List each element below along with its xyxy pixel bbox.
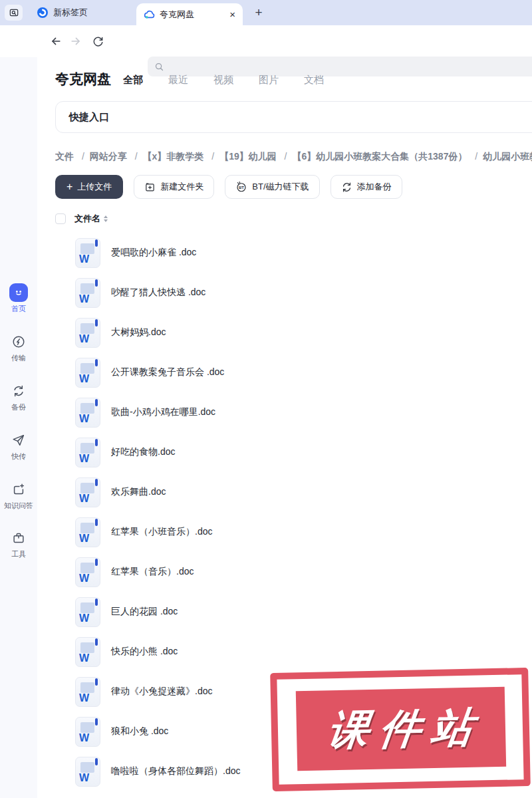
tab-search-icon [9, 7, 19, 18]
file-row[interactable]: W 红苹果（音乐）.doc [37, 552, 532, 592]
file-name[interactable]: 吵醒了猎人快快逃 .doc [111, 287, 205, 299]
doc-fold-corner [95, 399, 98, 406]
sidebar-item-label: 快传 [0, 452, 37, 462]
file-name[interactable]: 噜啦啦（身体各部位舞蹈）.doc [111, 765, 240, 777]
add-backup-button[interactable]: 添加备份 [331, 175, 402, 199]
file-row[interactable]: W 大树妈妈.doc [37, 313, 532, 352]
content-tab[interactable]: 最近 [168, 74, 188, 86]
doc-w-letter: W [79, 293, 89, 305]
browser-tab-quark[interactable]: 夸克网盘 × [136, 3, 243, 25]
file-name[interactable]: 巨人的花园 .doc [111, 606, 178, 618]
doc-content-band [80, 602, 94, 613]
word-doc-icon: W [75, 597, 100, 627]
doc-fold-corner [95, 598, 98, 606]
doc-w-letter: W [79, 453, 89, 465]
address-input[interactable] [170, 62, 532, 72]
breadcrumb-separator: / [475, 151, 477, 162]
word-doc-icon: W [75, 717, 100, 747]
doc-w-letter: W [79, 333, 89, 345]
breadcrumb-item[interactable]: 幼儿园小班教案大 [483, 151, 532, 162]
file-name[interactable]: 红苹果（音乐）.doc [111, 566, 194, 578]
doc-fold-corner [95, 439, 98, 446]
back-arrow-icon [49, 35, 63, 48]
breadcrumb-item[interactable]: 网站分享 [90, 151, 127, 162]
file-row[interactable]: W 快乐的小熊 .doc [37, 632, 532, 672]
file-list: W 爱唱歌的小麻雀 .doc W 吵醒了猎人快快逃 .doc W 大树妈妈.do… [37, 233, 532, 791]
quick-entry-card[interactable]: 快捷入口 [55, 101, 532, 133]
sidebar-item-tools[interactable]: 工具 [0, 529, 37, 559]
file-row[interactable]: W 巨人的花园 .doc [37, 592, 532, 632]
file-row[interactable]: W 狼和小兔 .doc [37, 712, 532, 751]
refresh-icon [92, 35, 104, 48]
new-tab-button[interactable]: + [250, 5, 267, 21]
file-name[interactable]: 好吃的食物.doc [111, 446, 175, 458]
sidebar-item-home[interactable]: 首页 [0, 283, 37, 314]
file-name[interactable]: 狼和小兔 .doc [111, 726, 168, 737]
file-name[interactable]: 歌曲-小鸡小鸡在哪里.doc [111, 406, 215, 418]
bt-download-icon: BT [235, 181, 247, 193]
file-row[interactable]: W 公开课教案兔子音乐会 .doc [37, 352, 532, 392]
forward-button[interactable] [68, 33, 84, 49]
sidebar-item-knowledge-qa[interactable]: 知识问答 [0, 480, 37, 511]
content-tab[interactable]: 视频 [213, 74, 233, 86]
sidebar-item-transfer[interactable]: 传输 [0, 332, 37, 363]
breadcrumb: /文件 /网站分享 /【x】非教学类 /【19】幼儿园 /【6】幼儿园小班教案大… [55, 151, 532, 164]
doc-w-letter: W [79, 533, 89, 545]
back-button[interactable] [48, 33, 64, 49]
breadcrumb-item[interactable]: 【6】幼儿园小班教案大合集（共1387份） [293, 151, 467, 162]
sidebar-item-backup[interactable]: 备份 [0, 382, 37, 412]
file-row[interactable]: W 红苹果（小班音乐）.doc [37, 512, 532, 552]
file-row[interactable]: W 歌曲-小鸡小鸡在哪里.doc [37, 392, 532, 432]
folder-plus-icon [144, 182, 156, 193]
word-doc-icon: W [75, 278, 100, 308]
tab-search-button[interactable] [5, 5, 23, 21]
file-name[interactable]: 快乐的小熊 .doc [111, 646, 178, 658]
content-tab[interactable]: 文档 [304, 74, 324, 86]
quick-entry-label: 快捷入口 [69, 111, 109, 124]
bt-download-label: BT/磁力链下载 [252, 181, 309, 193]
file-row[interactable]: W 欢乐舞曲.doc [37, 472, 532, 512]
transfer-icon [9, 332, 28, 351]
filename-column-header[interactable]: 文件名 [74, 213, 100, 225]
browser-tab-bar: 新标签页 夸克网盘 × + [0, 0, 532, 25]
sort-icon[interactable] [104, 215, 108, 222]
file-name[interactable]: 公开课教案兔子音乐会 .doc [111, 366, 224, 378]
refresh-button[interactable] [90, 33, 106, 49]
file-row[interactable]: W 爱唱歌的小麻雀 .doc [37, 233, 532, 273]
upload-file-button[interactable]: + 上传文件 [55, 175, 123, 199]
file-name[interactable]: 爱唱歌的小麻雀 .doc [111, 247, 196, 259]
file-row[interactable]: W 好吃的食物.doc [37, 432, 532, 472]
add-backup-label: 添加备份 [357, 181, 392, 193]
sidebar-item-fast-transfer[interactable]: 快传 [0, 431, 37, 462]
breadcrumb-separator: / [82, 151, 84, 162]
doc-fold-corner [95, 479, 98, 486]
bt-magnet-download-button[interactable]: BT BT/磁力链下载 [225, 175, 319, 199]
file-name[interactable]: 大树妈妈.doc [111, 327, 166, 338]
file-name[interactable]: 律动《小兔捉迷藏》.doc [111, 686, 212, 698]
new-folder-label: 新建文件夹 [160, 181, 203, 193]
sidebar-item-label: 备份 [0, 402, 37, 412]
file-name[interactable]: 红苹果（小班音乐）.doc [111, 526, 212, 538]
word-doc-icon: W [75, 438, 100, 467]
doc-content-band [80, 483, 94, 493]
content-tab[interactable]: 图片 [259, 74, 279, 86]
search-icon [154, 62, 164, 72]
select-all-checkbox[interactable] [55, 213, 66, 224]
doc-content-band [80, 523, 94, 533]
breadcrumb-item[interactable]: 【19】幼儿园 [219, 151, 277, 162]
tab-label: 新标签页 [53, 7, 88, 19]
word-doc-icon: W [75, 358, 100, 388]
file-name[interactable]: 欢乐舞曲.doc [111, 486, 166, 498]
tab-close-icon[interactable]: × [229, 9, 235, 19]
browser-tab-newtab[interactable]: 新标签页 [37, 0, 124, 25]
file-row[interactable]: W 律动《小兔捉迷藏》.doc [37, 672, 532, 712]
content-tabs: 全部 最近 视频 图片 文档 [123, 74, 324, 86]
breadcrumb-item[interactable]: 文件 [55, 151, 74, 162]
file-row[interactable]: W 吵醒了猎人快快逃 .doc [37, 273, 532, 313]
breadcrumb-separator: / [211, 151, 214, 162]
content-tab[interactable]: 全部 [123, 74, 143, 86]
doc-w-letter: W [79, 652, 89, 664]
file-row[interactable]: W 噜啦啦（身体各部位舞蹈）.doc [37, 751, 532, 791]
new-folder-button[interactable]: 新建文件夹 [134, 175, 214, 199]
breadcrumb-item[interactable]: 【x】非教学类 [143, 151, 204, 162]
